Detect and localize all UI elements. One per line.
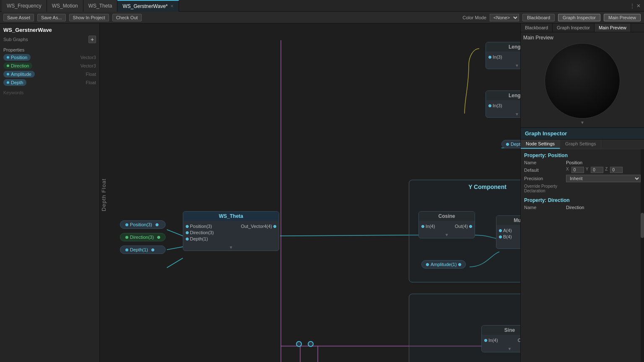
y-component-label: Y Component	[468, 184, 506, 190]
scrollbar-thumb[interactable]	[641, 213, 644, 238]
input-depth1[interactable]: Depth(1)	[120, 246, 166, 254]
xyz-z-value[interactable]: 0	[610, 167, 623, 173]
tab-ws-gerstnerwave[interactable]: WS_GerstnerWave* ✕	[117, 0, 179, 12]
property-amplitude-type: Float	[86, 72, 96, 77]
graph-inspector-section: Graph Inspector Node Settings Graph Sett…	[521, 128, 644, 362]
bottom-port-left[interactable]	[296, 341, 302, 347]
position-override-label: Override Property Declaration	[524, 184, 566, 193]
property-amplitude-badge[interactable]: Amplitude	[3, 71, 35, 78]
input-depth1-label: Depth(1)	[130, 247, 148, 252]
length2-port-row: In(3) Out(1)	[488, 103, 520, 108]
port-in-position	[186, 225, 189, 228]
sub-graphs-section: Sub Graphs +	[3, 36, 96, 43]
cosine-node[interactable]: Cosine In(4) Out(4) ▼	[418, 211, 475, 238]
xyz-x-value[interactable]: 0	[571, 167, 584, 173]
depth1-label: Depth(1)	[511, 142, 520, 147]
inspector-tab-node-settings[interactable]: Node Settings	[521, 140, 560, 149]
main-preview-button[interactable]: Main Preview	[604, 14, 641, 21]
tab-menu-icon[interactable]: ⋮	[630, 3, 635, 9]
input-direction3[interactable]: Direction(3)	[120, 233, 166, 241]
show-in-project-button[interactable]: Show In Project	[69, 14, 109, 21]
ws-theta-node[interactable]: WS_Theta Position(3) Out_Vector4(4)	[183, 211, 279, 251]
length2-node[interactable]: Length In(3) Out(1) ▼	[486, 90, 520, 118]
xyz-y-label: Y	[586, 167, 589, 173]
sine-header: Sine	[482, 326, 520, 335]
property-direction-dot	[7, 65, 9, 67]
graph-inspector-button[interactable]: Graph Inspector	[558, 14, 600, 21]
inspector-content: Property: Position Name Position Default…	[521, 149, 644, 217]
length1-port-row: In(3) Out(1)	[488, 54, 520, 59]
tab-blackboard[interactable]: Blackboard	[521, 23, 553, 32]
check-out-button[interactable]: Check Out	[112, 14, 142, 21]
svg-line-6	[167, 258, 183, 268]
ws-theta-port-depth: Depth(1)	[186, 236, 276, 241]
sub-graphs-add-button[interactable]: +	[88, 36, 96, 43]
preview-sphere	[545, 43, 620, 119]
preview-expand-icon[interactable]: ▼	[523, 120, 641, 125]
save-as-button[interactable]: Save As...	[37, 14, 66, 21]
multiply-y-header: Multiply	[496, 216, 520, 225]
color-mode-select[interactable]: <None>	[490, 14, 519, 21]
port-dot-position	[125, 223, 128, 226]
position-precision-row: Precision Inherit	[524, 175, 641, 182]
property-direction-badge[interactable]: Direction	[3, 62, 32, 69]
length1-header: Length	[486, 42, 520, 52]
color-mode-label: Color Mode	[462, 15, 486, 20]
property-amplitude: Amplitude Float	[3, 71, 96, 78]
amplitude1-node[interactable]: Amplitude(1)	[421, 260, 466, 269]
tab-ws-theta[interactable]: WS_Theta	[83, 0, 118, 12]
ws-theta-expand[interactable]: ▼	[183, 244, 279, 251]
tab-close-icon[interactable]: ✕	[170, 4, 174, 8]
position-default-label: Default	[524, 168, 566, 173]
length2-header: Length	[486, 91, 520, 100]
depth-float-label: Depth Float	[101, 178, 107, 211]
length1-expand[interactable]: ▼	[486, 62, 520, 69]
right-panel: Blackboard Graph Inspector Main Preview …	[520, 23, 644, 362]
input-position3[interactable]: Position(3)	[120, 220, 166, 229]
direction-name-row: Name Direction	[524, 205, 641, 210]
bottom-port-right[interactable]	[308, 341, 314, 347]
tab-add-icon[interactable]: ✕	[636, 3, 641, 9]
depth1-node[interactable]: Depth(1)	[501, 140, 520, 148]
toolbar-right: Color Mode <None> Blackboard Graph Inspe…	[462, 14, 641, 21]
canvas-area[interactable]: Depth Float Position(3) Direction(3) Dep…	[100, 23, 520, 362]
xyz-y-value[interactable]: 0	[591, 167, 603, 173]
position-name-value: Position	[566, 160, 641, 165]
cosine-port-row: In(4) Out(4)	[421, 224, 472, 229]
main-layout: WS_GerstnerWave Sub Graphs + Properties …	[0, 23, 644, 362]
property-position-group: Property: Position Name Position Default…	[524, 153, 641, 193]
cosine-expand[interactable]: ▼	[419, 232, 475, 238]
port-in-direction-label: Direction(3)	[190, 230, 214, 235]
port-out-vector4-label: Out_Vector4(4)	[241, 224, 272, 229]
properties-header: Properties	[3, 47, 96, 52]
length2-port-in-dot	[488, 104, 491, 107]
multiply-y-expand[interactable]: ▼	[496, 242, 520, 248]
sine-in-dot	[484, 339, 487, 342]
multiply-y-node[interactable]: Multiply A(4) Out(4) B(4)	[496, 215, 520, 249]
tab-main-preview[interactable]: Main Preview	[595, 23, 631, 32]
property-position-badge[interactable]: Position	[3, 54, 31, 61]
property-depth-badge[interactable]: Depth	[3, 79, 26, 86]
tab-graph-inspector-top[interactable]: Graph Inspector	[553, 23, 595, 32]
ws-theta-header: WS_Theta	[183, 212, 279, 221]
ws-theta-body: Position(3) Out_Vector4(4) Direction(3)	[183, 221, 279, 244]
sine-expand[interactable]: ▼	[482, 346, 520, 352]
cosine-header: Cosine	[419, 212, 475, 221]
save-asset-button[interactable]: Save Asset	[3, 14, 34, 21]
inspector-tab-graph-settings[interactable]: Graph Settings	[560, 140, 601, 149]
blackboard-button[interactable]: Blackboard	[522, 14, 555, 21]
multiply-y-body: A(4) Out(4) B(4)	[496, 225, 520, 242]
tab-ws-motion[interactable]: WS_Motion	[47, 0, 83, 12]
length2-expand[interactable]: ▼	[486, 111, 520, 117]
sine-node[interactable]: Sine In(4) Out(4) ▼	[481, 325, 520, 352]
multiply-y-a4-label: A(4)	[503, 228, 512, 233]
length1-node[interactable]: Length In(3) Out(1) ▼	[486, 42, 520, 69]
position-name-row: Name Position	[524, 160, 641, 165]
tab-ws-frequency[interactable]: WS_Frequency	[2, 0, 47, 12]
property-depth-label: Depth	[11, 80, 23, 85]
precision-select[interactable]: Inherit	[566, 175, 641, 182]
multiply-y-b4-label: B(4)	[503, 234, 512, 239]
xyz-x-label: X	[566, 167, 569, 173]
property-position: Position Vector3	[3, 54, 96, 61]
cosine-in-label: In(4)	[426, 224, 435, 229]
